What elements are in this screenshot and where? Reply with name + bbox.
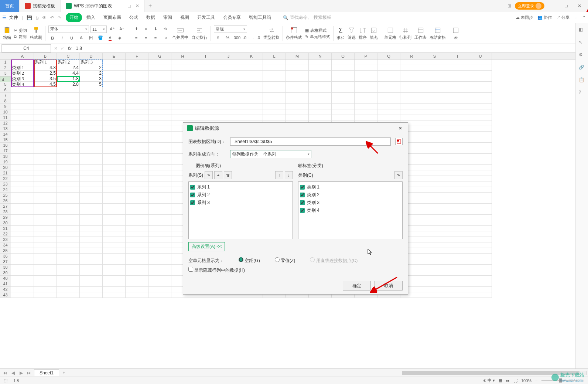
cell[interactable] xyxy=(103,181,126,187)
cell[interactable] xyxy=(57,270,80,276)
cell[interactable] xyxy=(80,248,103,254)
cell[interactable] xyxy=(240,104,263,109)
row-header[interactable]: 23 xyxy=(0,181,11,187)
cell[interactable] xyxy=(126,209,148,215)
cell[interactable] xyxy=(469,287,492,292)
cell[interactable]: 类别 4 xyxy=(11,82,34,87)
tab-templates[interactable]: 找稻壳模板 xyxy=(20,0,61,12)
cell[interactable] xyxy=(332,109,355,115)
cell[interactable] xyxy=(263,104,286,109)
cell[interactable] xyxy=(423,159,446,165)
row-header[interactable]: 28 xyxy=(0,209,11,215)
cell[interactable] xyxy=(148,71,171,76)
cell[interactable] xyxy=(11,148,34,154)
cell[interactable] xyxy=(286,60,309,65)
cell[interactable] xyxy=(217,60,240,65)
cell[interactable] xyxy=(377,98,400,104)
cell[interactable] xyxy=(194,71,217,76)
cell[interactable] xyxy=(126,187,148,193)
cell[interactable] xyxy=(217,71,240,76)
cell[interactable] xyxy=(355,104,377,109)
cell[interactable] xyxy=(126,126,148,132)
cell[interactable] xyxy=(11,265,34,270)
cell[interactable] xyxy=(57,215,80,220)
cell[interactable] xyxy=(148,276,171,281)
cell[interactable]: 系列 3 xyxy=(80,60,103,65)
cell[interactable] xyxy=(423,193,446,198)
cell[interactable] xyxy=(11,270,34,276)
cell[interactable] xyxy=(11,126,34,132)
cell[interactable] xyxy=(34,126,57,132)
add-series-icon[interactable]: + xyxy=(214,171,222,179)
cell[interactable] xyxy=(469,71,492,76)
cell[interactable] xyxy=(34,198,57,204)
cell[interactable] xyxy=(446,143,469,148)
cell[interactable] xyxy=(126,281,148,287)
cell[interactable] xyxy=(11,259,34,265)
more-button[interactable]: 表 xyxy=(452,27,459,40)
cell[interactable] xyxy=(171,71,194,76)
cell[interactable] xyxy=(423,248,446,254)
selection-icon[interactable]: ↖ xyxy=(579,40,585,46)
filter-button[interactable]: 筛选 xyxy=(348,27,356,40)
row-header[interactable]: 3 xyxy=(0,71,11,76)
cell[interactable] xyxy=(126,198,148,204)
cell[interactable] xyxy=(446,132,469,137)
cell[interactable] xyxy=(103,198,126,204)
range-picker-icon[interactable] xyxy=(395,138,403,145)
cell[interactable] xyxy=(423,71,446,76)
cell[interactable] xyxy=(377,93,400,98)
cell[interactable] xyxy=(34,287,57,292)
cell[interactable] xyxy=(446,98,469,104)
prev-sheet-icon[interactable]: ◀ xyxy=(10,370,16,375)
cell[interactable] xyxy=(80,181,103,187)
cell[interactable] xyxy=(103,82,126,87)
cell[interactable] xyxy=(469,259,492,265)
percent-icon[interactable]: % xyxy=(223,34,232,42)
cell[interactable] xyxy=(103,148,126,154)
cell[interactable] xyxy=(103,281,126,287)
cell[interactable] xyxy=(446,181,469,187)
row-header[interactable]: 18 xyxy=(0,154,11,159)
cell[interactable] xyxy=(11,237,34,242)
cell[interactable] xyxy=(148,287,171,292)
cell[interactable] xyxy=(80,176,103,181)
cell[interactable] xyxy=(423,276,446,281)
cell[interactable] xyxy=(423,281,446,287)
menu-tab-vip[interactable]: 会员专享 xyxy=(219,13,245,22)
col-header[interactable]: J xyxy=(217,53,240,59)
cell[interactable] xyxy=(286,76,309,82)
cell[interactable] xyxy=(423,237,446,242)
cell[interactable] xyxy=(148,248,171,254)
cell[interactable] xyxy=(469,181,492,187)
formula-input[interactable]: 1.8 xyxy=(74,46,588,51)
cell[interactable] xyxy=(446,71,469,76)
row-header[interactable]: 41 xyxy=(0,281,11,287)
cell[interactable] xyxy=(34,237,57,242)
cell[interactable] xyxy=(446,193,469,198)
cell[interactable] xyxy=(423,60,446,65)
row-header[interactable]: 5 xyxy=(0,82,11,87)
row-header[interactable]: 29 xyxy=(0,215,11,220)
cell[interactable] xyxy=(57,132,80,137)
rowcol-button[interactable]: 行和列 xyxy=(399,27,411,40)
cell[interactable] xyxy=(332,76,355,82)
cell[interactable] xyxy=(80,170,103,176)
cell[interactable] xyxy=(194,115,217,120)
cell[interactable] xyxy=(126,248,148,254)
cell[interactable] xyxy=(194,65,217,71)
cell[interactable]: 类别 2 xyxy=(11,71,34,76)
cell[interactable] xyxy=(263,98,286,104)
edit-category-icon[interactable]: ✎ xyxy=(394,171,403,179)
cell[interactable] xyxy=(11,231,34,237)
cell[interactable] xyxy=(469,82,492,87)
cell[interactable] xyxy=(34,109,57,115)
sheet-tab[interactable]: Sheet1 xyxy=(34,369,59,376)
cell[interactable] xyxy=(11,287,34,292)
cell[interactable] xyxy=(148,143,171,148)
cell[interactable] xyxy=(423,154,446,159)
cell[interactable] xyxy=(446,231,469,237)
cell[interactable]: 2.8 xyxy=(57,82,80,87)
cell[interactable] xyxy=(103,137,126,143)
cell[interactable] xyxy=(309,104,332,109)
